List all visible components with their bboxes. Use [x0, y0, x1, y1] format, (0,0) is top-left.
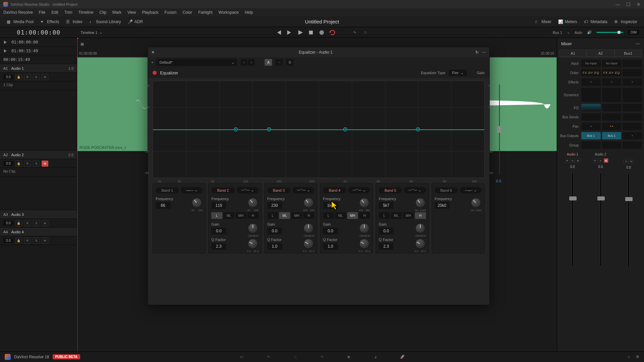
ab-copy-button[interactable]: →: [275, 59, 283, 66]
filter-type-selector[interactable]: ─◠─ ⌄: [404, 187, 426, 193]
close-icon[interactable]: ✕: [151, 50, 156, 55]
mute-button[interactable]: M: [629, 159, 634, 164]
bus-selector[interactable]: Bus 1: [553, 31, 562, 35]
gain-slider[interactable]: [497, 126, 502, 133]
q-value[interactable]: 1.0: [323, 243, 338, 250]
range-button[interactable]: L: [211, 212, 222, 219]
menu-item[interactable]: Clip: [99, 10, 106, 15]
range-button[interactable]: MH: [347, 212, 358, 219]
lock-button[interactable]: 🔒: [15, 74, 22, 80]
track-header[interactable]: A4Audio 4: [0, 228, 77, 236]
enable-toggle[interactable]: [153, 71, 157, 75]
range-button[interactable]: H: [303, 212, 314, 219]
filter-type-selector[interactable]: ─¬─ ⌄: [460, 187, 482, 193]
frequency-knob[interactable]: 4508k0: [359, 197, 370, 208]
menu-item[interactable]: Fairlight: [198, 10, 213, 15]
auto-label[interactable]: Auto: [575, 31, 582, 35]
menu-item[interactable]: Fusion: [164, 10, 176, 15]
automation-icon[interactable]: ∿: [352, 29, 358, 36]
q-knob[interactable]: 0.310.3: [303, 238, 314, 249]
arm-button[interactable]: R: [24, 220, 31, 226]
prev-preset-button[interactable]: ‹: [240, 59, 247, 66]
arm-button[interactable]: R: [565, 158, 570, 163]
media-page-icon[interactable]: ▭: [238, 354, 245, 360]
home-icon[interactable]: ⌂: [628, 355, 630, 359]
gain-value[interactable]: 0.0: [267, 228, 282, 234]
solo-button[interactable]: S: [33, 161, 40, 167]
bus-cell[interactable]: Bus 1: [581, 132, 601, 139]
close-icon[interactable]: ✕: [637, 2, 641, 7]
mute-button[interactable]: M: [42, 74, 48, 80]
frequency-knob[interactable]: 30399: [191, 197, 203, 208]
filter-type-selector[interactable]: ─◠─ ⌄: [237, 187, 259, 193]
fader[interactable]: [572, 173, 574, 266]
band-toggle[interactable]: Band 1: [156, 187, 179, 193]
range-button[interactable]: MH: [291, 212, 302, 219]
range-button[interactable]: ML: [223, 212, 234, 219]
next-button[interactable]: [286, 29, 292, 36]
eq-node[interactable]: [343, 127, 347, 131]
playhead[interactable]: [77, 38, 77, 351]
menu-item[interactable]: Mark: [112, 10, 121, 15]
lock-button[interactable]: 🔒: [15, 220, 22, 226]
gain-value[interactable]: 0.0: [379, 228, 393, 234]
range-button[interactable]: MH: [403, 212, 414, 219]
record-button[interactable]: [319, 29, 325, 36]
dim-button[interactable]: DIM: [628, 30, 639, 35]
mixer-tab[interactable]: A2: [587, 50, 614, 57]
menu-item[interactable]: File: [39, 10, 45, 15]
q-knob[interactable]: 0.310.3: [415, 238, 426, 249]
sound-library-button[interactable]: ♪Sound Library: [86, 18, 124, 25]
gain-knob[interactable]: -200dB+20: [415, 223, 426, 234]
cut-page-icon[interactable]: ✂: [265, 354, 272, 360]
eq-type-selector[interactable]: Fire⌄: [449, 70, 467, 76]
reset-icon[interactable]: ↻: [475, 50, 479, 55]
color-page-icon[interactable]: ◉: [345, 354, 352, 360]
inspector-button[interactable]: ⚙Inspector: [611, 18, 641, 25]
mute-button[interactable]: M: [576, 158, 580, 163]
track-volume[interactable]: 0.0: [3, 161, 13, 166]
index-button[interactable]: ☰Index: [63, 18, 86, 25]
menu-item[interactable]: Playback: [142, 10, 158, 15]
fader[interactable]: [628, 173, 630, 267]
range-button[interactable]: ML: [391, 212, 402, 219]
meters-button[interactable]: 📊Meters: [555, 18, 581, 25]
gain-value[interactable]: 0.0: [323, 228, 338, 234]
gain-knob[interactable]: -200dB+20: [247, 223, 259, 234]
track-volume[interactable]: 0.0: [3, 74, 13, 79]
solo-button[interactable]: S: [624, 159, 628, 164]
fusion-page-icon[interactable]: ⚛: [319, 354, 325, 360]
lock-button[interactable]: 🔒: [15, 161, 22, 167]
menu-item[interactable]: View: [127, 10, 136, 15]
ab-a-button[interactable]: A: [265, 59, 272, 66]
range-button[interactable]: H: [415, 212, 426, 219]
menu-item[interactable]: Help: [245, 10, 253, 15]
range-button[interactable]: ML: [279, 212, 290, 219]
fader[interactable]: [600, 173, 602, 266]
adr-button[interactable]: 🎤ADR: [124, 18, 146, 25]
order-cell[interactable]: FX DY EQ: [602, 69, 622, 76]
timecode-main[interactable]: 01:00:00:00: [0, 29, 77, 36]
gain-knob[interactable]: -200dB+20: [359, 223, 370, 234]
gain-value[interactable]: 0.0: [211, 228, 226, 234]
ab-b-button[interactable]: B: [286, 59, 293, 66]
dynamics-cell[interactable]: [581, 88, 601, 102]
eq-node[interactable]: [267, 127, 271, 131]
mixer-tab[interactable]: A1: [559, 50, 587, 57]
filter-type-selector[interactable]: ─⌐─ ⌄: [181, 187, 203, 193]
arm-button[interactable]: R: [24, 74, 31, 80]
eq-cell[interactable]: [581, 104, 601, 111]
frequency-value[interactable]: 115: [211, 202, 226, 209]
frequency-value[interactable]: 66: [156, 202, 170, 209]
mixer-button[interactable]: ⎍Mixer: [532, 18, 555, 25]
arm-button[interactable]: R: [24, 238, 31, 244]
q-knob[interactable]: 0.310.3: [359, 238, 370, 249]
solo-button[interactable]: S: [33, 74, 40, 80]
track-volume[interactable]: 0.0: [3, 238, 13, 243]
eq-graph[interactable]: +20 +10 0 -10 -20 +20 +10 0 -10 -20 Hz 3…: [153, 81, 485, 178]
menu-item[interactable]: Timeline: [78, 10, 93, 15]
track-volume[interactable]: 0.0: [3, 221, 13, 226]
minimize-icon[interactable]: —: [615, 2, 620, 7]
mute-button[interactable]: M: [604, 158, 608, 163]
range-button[interactable]: H: [248, 212, 259, 219]
